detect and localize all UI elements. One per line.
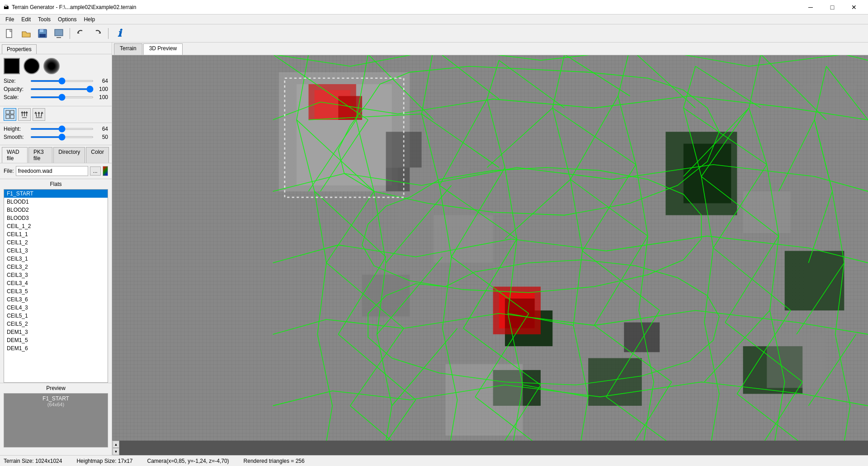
wad-tabs: WAD file PK3 file Directory Color	[0, 145, 112, 163]
terrain-canvas[interactable]	[112, 55, 868, 441]
menu-edit[interactable]: Edit	[18, 15, 34, 24]
smooth-slider[interactable]	[30, 136, 94, 138]
svg-rect-37	[434, 215, 493, 263]
3d-preview-tab[interactable]: 3D Preview	[143, 43, 183, 55]
brush-pattern-up[interactable]	[18, 108, 31, 121]
menu-tools[interactable]: Tools	[34, 15, 54, 24]
size-slider-row: Size: 64	[4, 78, 108, 84]
wad-file-tab[interactable]: WAD file	[2, 147, 28, 163]
info-button[interactable]: ℹ	[112, 26, 127, 41]
new-button[interactable]	[3, 26, 17, 41]
flat-item[interactable]: DEM1_6	[4, 344, 108, 352]
flat-item[interactable]: BLOOD1	[4, 198, 108, 206]
brush-circle-gray[interactable]	[43, 58, 60, 74]
opacity-slider[interactable]	[30, 88, 94, 90]
properties-tab[interactable]: Properties	[2, 44, 37, 54]
flat-item[interactable]: DEM1_3	[4, 328, 108, 336]
wad-section: File: ...	[0, 163, 112, 179]
flat-item[interactable]: CEIL1_2	[4, 238, 108, 247]
scroll-up-arrow[interactable]: ▲	[113, 441, 119, 448]
save-button[interactable]	[35, 26, 50, 41]
flat-item[interactable]: CEIL3_4	[4, 279, 108, 287]
flat-item[interactable]: CEIL3_2	[4, 263, 108, 271]
scale-slider[interactable]	[30, 96, 94, 98]
flats-section: Flats F1_STARTBLOOD1BLOOD2BLOOD3CEIL_1_2…	[0, 179, 112, 383]
open-button[interactable]	[19, 26, 33, 41]
color-tab[interactable]: Color	[86, 147, 109, 163]
heightmap-size-status: Heightmap Size: 17x17	[76, 458, 132, 464]
flat-item[interactable]: CEIL1_1	[4, 230, 108, 238]
flat-item[interactable]: DEM1_5	[4, 336, 108, 344]
flat-item[interactable]: CEIL_1_2	[4, 222, 108, 230]
browse-button[interactable]: ...	[90, 166, 101, 176]
properties-tab-bar: Properties	[0, 43, 112, 54]
left-panel: Properties Size: 64 Opacity: 100 Scale:	[0, 43, 112, 455]
svg-rect-42	[802, 84, 856, 132]
menu-options[interactable]: Options	[54, 15, 80, 24]
preview-box: F1_START (64x64)	[4, 393, 108, 447]
maximize-button[interactable]: □	[822, 0, 843, 14]
menu-file[interactable]: File	[2, 15, 18, 24]
svg-line-84	[350, 328, 404, 406]
window-title: Terrain Generator - F:\...ample02\Exampl…	[12, 4, 136, 10]
statusbar: Terrain Size: 1024x1024 Heightmap Size: …	[0, 455, 868, 466]
svg-rect-21	[684, 144, 731, 204]
menu-help[interactable]: Help	[80, 15, 99, 24]
opacity-slider-row: Opacity: 100	[4, 86, 108, 92]
main-layout: Properties Size: 64 Opacity: 100 Scale:	[0, 43, 868, 455]
brush-pattern-grid[interactable]	[4, 108, 16, 121]
brush-section: Size: 64 Opacity: 100 Scale: 100	[0, 54, 112, 106]
brush-circle-black[interactable]	[24, 58, 40, 74]
svg-rect-44	[386, 167, 410, 191]
flat-item[interactable]: BLOOD2	[4, 206, 108, 214]
file-label: File:	[4, 168, 14, 174]
scale-value: 100	[95, 94, 108, 100]
flat-item[interactable]: CEIL5_2	[4, 320, 108, 328]
preview-section: Preview F1_START (64x64)	[0, 383, 112, 455]
flat-item[interactable]: CEIL1_3	[4, 247, 108, 255]
svg-line-76	[451, 257, 528, 314]
flat-item[interactable]: F1_START	[4, 190, 108, 198]
flat-item[interactable]: BLOOD3	[4, 214, 108, 222]
svg-line-63	[779, 120, 815, 191]
undo-button[interactable]	[74, 26, 88, 41]
opacity-label: Opacity:	[4, 86, 28, 92]
flat-item[interactable]: CEIL3_5	[4, 287, 108, 295]
size-slider[interactable]	[30, 80, 94, 82]
brush-pattern-scatter[interactable]	[33, 108, 45, 121]
directory-tab[interactable]: Directory	[53, 147, 85, 163]
height-section: Height: 64 Smooth: 50	[0, 123, 112, 145]
svg-rect-45	[624, 323, 660, 352]
file-input[interactable]	[16, 166, 88, 176]
svg-rect-3	[39, 34, 46, 37]
export-button[interactable]	[52, 26, 66, 41]
scale-label: Scale:	[4, 94, 28, 100]
svg-line-52	[695, 66, 761, 108]
terrain-tab[interactable]: Terrain	[114, 43, 142, 55]
viewport: Terrain 3D Preview	[112, 43, 868, 455]
preview-name: F1_START	[42, 395, 69, 402]
color-picker-button[interactable]	[103, 166, 108, 176]
pk3-file-tab[interactable]: PK3 file	[28, 147, 52, 163]
titlebar: 🏔 Terrain Generator - F:\...ample02\Exam…	[0, 0, 868, 14]
height-slider[interactable]	[30, 128, 94, 130]
svg-line-106	[505, 180, 571, 239]
minimize-button[interactable]: ─	[800, 0, 821, 14]
brush-patterns	[0, 106, 112, 123]
size-value: 64	[95, 78, 108, 84]
flat-item[interactable]: CEIL4_3	[4, 304, 108, 312]
preview-size: (64x64)	[47, 402, 64, 407]
flat-item[interactable]: CEIL3_6	[4, 295, 108, 304]
redo-button[interactable]	[90, 26, 104, 41]
flat-item[interactable]: CEIL3_1	[4, 255, 108, 263]
close-button[interactable]: ✕	[844, 0, 864, 14]
brush-square-black[interactable]	[4, 58, 20, 74]
menubar: File Edit Tools Options Help	[0, 14, 868, 24]
right-scrollbar[interactable]: ▲ ▼	[112, 441, 119, 455]
scroll-down-arrow[interactable]: ▼	[113, 448, 119, 455]
flat-item[interactable]: CEIL3_3	[4, 271, 108, 279]
flat-item[interactable]: CEIL5_1	[4, 312, 108, 320]
size-label: Size:	[4, 78, 28, 84]
preview-header: Preview	[4, 385, 108, 391]
flats-list[interactable]: F1_STARTBLOOD1BLOOD2BLOOD3CEIL_1_2CEIL1_…	[4, 189, 108, 383]
